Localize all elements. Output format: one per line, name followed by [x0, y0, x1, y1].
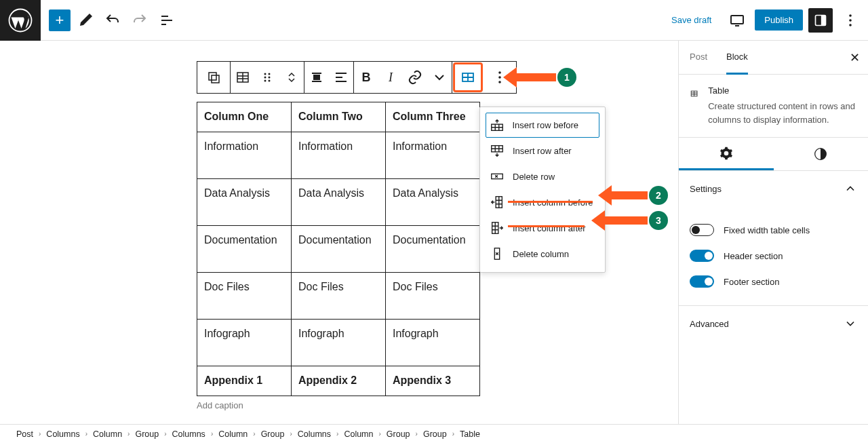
table-cell[interactable]: Information [197, 132, 292, 179]
tab-post[interactable]: Post [690, 41, 707, 74]
table-cell[interactable]: Doc Files [197, 273, 292, 320]
svg-point-18 [498, 71, 501, 74]
save-draft-button[interactable]: Save draft [663, 15, 719, 25]
settings-section-label: Settings [690, 184, 722, 194]
edit-table-dropdown: Insert row before Insert row after Delet… [479, 107, 606, 273]
options-button[interactable] [838, 8, 863, 33]
table-cell[interactable]: Infograph [386, 320, 480, 366]
table-block-icon[interactable] [231, 62, 255, 93]
breadcrumb-item[interactable]: Group [423, 429, 447, 439]
svg-point-5 [849, 19, 852, 22]
chevron-down-icon[interactable] [844, 317, 857, 330]
block-toolbar: B I [197, 61, 516, 94]
edit-table-button[interactable] [453, 62, 483, 92]
table-header[interactable]: Column One [197, 102, 292, 132]
fixed-width-label: Fixed width table cells [724, 225, 810, 235]
table-cell[interactable]: Doc Files [292, 273, 386, 320]
table-cell[interactable]: Infograph [197, 320, 292, 366]
close-sidebar-button[interactable]: ✕ [850, 50, 860, 65]
table-header[interactable]: Column Three [386, 102, 480, 132]
insert-column-after-item[interactable]: Insert column after [486, 215, 599, 241]
table-cell[interactable]: Information [386, 132, 480, 179]
footer-section-toggle[interactable] [690, 275, 714, 288]
add-block-button[interactable]: + [49, 9, 71, 31]
align-button[interactable] [304, 62, 329, 93]
svg-point-13 [269, 77, 271, 79]
table-cell[interactable]: Data Analysis [292, 179, 386, 226]
table-caption[interactable]: Add caption [197, 396, 480, 410]
annotation-arrow-1: 1 [515, 67, 556, 88]
link-button[interactable] [403, 62, 427, 93]
svg-point-10 [264, 73, 267, 75]
svg-point-14 [264, 80, 267, 82]
table-icon [690, 85, 698, 102]
tab-block[interactable]: Block [726, 41, 748, 75]
breadcrumb-item[interactable]: Columns [46, 429, 79, 439]
breadcrumb-item[interactable]: Column [344, 429, 373, 439]
advanced-section-label: Advanced [690, 319, 729, 329]
table-header[interactable]: Column Two [292, 102, 386, 132]
document-overview-button[interactable] [155, 8, 179, 33]
text-align-button[interactable] [329, 62, 353, 93]
bold-button[interactable]: B [354, 62, 378, 93]
breadcrumb-item[interactable]: Table [460, 429, 480, 439]
annotation-arrow-3: 3 [604, 210, 648, 231]
table-footer[interactable]: Appendix 3 [386, 366, 480, 396]
annotation-underline-3 [508, 225, 585, 227]
svg-point-19 [498, 76, 501, 79]
delete-row-item[interactable]: Delete row [486, 163, 599, 189]
drag-handle[interactable] [255, 62, 279, 93]
breadcrumb-item[interactable]: Column [218, 429, 248, 439]
table-cell[interactable]: Data Analysis [197, 179, 292, 226]
header-section-label: Header section [724, 251, 783, 261]
table-cell[interactable]: Documentation [197, 226, 292, 273]
breadcrumb-item[interactable]: Column [93, 429, 122, 439]
wordpress-logo[interactable] [0, 0, 41, 41]
tools-button[interactable] [73, 8, 98, 33]
header-section-toggle[interactable] [690, 250, 714, 262]
gear-icon [719, 147, 733, 160]
svg-rect-8 [212, 75, 219, 83]
styles-icon [814, 147, 827, 161]
move-buttons[interactable] [279, 62, 304, 93]
svg-rect-1 [731, 16, 743, 24]
svg-point-6 [849, 24, 852, 26]
chevron-up-icon[interactable] [844, 182, 857, 195]
insert-row-before-item[interactable]: Insert row before [486, 113, 599, 138]
annotation-arrow-2: 2 [610, 185, 648, 206]
table-cell[interactable]: Data Analysis [386, 179, 480, 226]
table-footer[interactable]: Appendix 1 [197, 366, 292, 396]
styles-subtab[interactable] [774, 138, 869, 170]
footer-section-label: Footer section [724, 277, 779, 287]
select-parent-button[interactable] [197, 62, 230, 93]
publish-button[interactable]: Publish [755, 9, 803, 31]
table-block[interactable]: Column One Column Two Column Three Infor… [197, 102, 480, 410]
svg-point-11 [269, 73, 271, 75]
breadcrumb-item[interactable]: Post [16, 429, 33, 439]
table-cell[interactable]: Infograph [292, 320, 386, 366]
settings-panel-toggle[interactable] [808, 8, 833, 33]
redo-button[interactable] [127, 8, 152, 33]
italic-button[interactable]: I [378, 62, 403, 93]
fixed-width-toggle[interactable] [690, 224, 714, 236]
table-cell[interactable]: Documentation [292, 226, 386, 273]
preview-button[interactable] [725, 8, 749, 33]
delete-column-item[interactable]: Delete column [486, 241, 599, 267]
svg-point-20 [498, 81, 501, 83]
more-rich-text-button[interactable] [427, 62, 452, 93]
table-cell[interactable]: Doc Files [386, 273, 480, 320]
settings-subtab[interactable] [679, 138, 774, 170]
breadcrumb-item[interactable]: Group [135, 429, 159, 439]
table-footer[interactable]: Appendix 2 [292, 366, 386, 396]
insert-row-after-item[interactable]: Insert row after [486, 138, 599, 163]
breadcrumb-item[interactable]: Columns [298, 429, 331, 439]
breadcrumb-item[interactable]: Group [261, 429, 285, 439]
table-cell[interactable]: Documentation [386, 226, 480, 273]
svg-point-4 [849, 14, 852, 17]
table-cell[interactable]: Information [292, 132, 386, 179]
undo-button[interactable] [100, 8, 125, 33]
breadcrumb-item[interactable]: Group [387, 429, 410, 439]
svg-rect-16 [314, 75, 319, 79]
annotation-underline-2 [508, 201, 593, 203]
breadcrumb-item[interactable]: Columns [172, 429, 205, 439]
